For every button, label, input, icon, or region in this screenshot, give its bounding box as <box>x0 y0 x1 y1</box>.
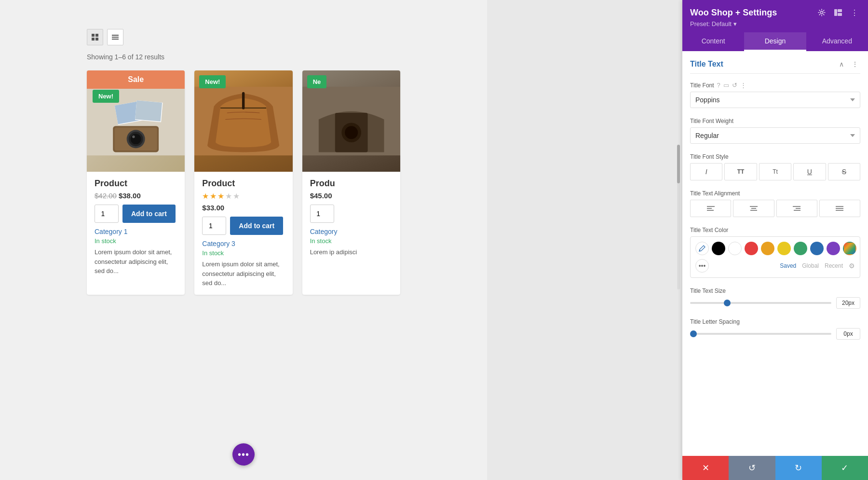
svg-rect-26 <box>834 9 837 16</box>
title-font-weight-select[interactable]: Regular <box>690 127 860 144</box>
new-badge: New! <box>199 75 226 88</box>
layout-icon[interactable] <box>832 7 844 18</box>
title-letter-spacing-input[interactable] <box>836 328 860 340</box>
panel-header: Woo Shop + Settings ⋮ <box>682 0 868 51</box>
section-controls: ∧ ⋮ <box>836 59 860 69</box>
eyedropper-swatch[interactable] <box>695 242 709 255</box>
recent-tab[interactable]: Recent <box>825 262 843 269</box>
title-font-select[interactable]: Poppins <box>690 92 860 108</box>
svg-rect-28 <box>838 13 842 16</box>
add-to-cart-row: Add to cart <box>95 205 177 223</box>
purple-swatch[interactable] <box>827 242 840 255</box>
product-name: Product <box>95 178 177 189</box>
save-button[interactable]: ✓ <box>822 456 868 480</box>
tab-design[interactable]: Design <box>744 32 806 51</box>
tab-advanced[interactable]: Advanced <box>806 32 868 51</box>
product-image-wrap: Ne <box>302 70 400 172</box>
product-info: Produ $45.00 Category In stock Lorem ip … <box>302 172 400 264</box>
title-letter-spacing-slider[interactable] <box>690 333 831 335</box>
view-toolbar <box>87 29 400 45</box>
title-text-size-group: Title Text Size <box>690 288 860 309</box>
main-content: Showing 1–6 of 12 results <box>0 0 487 480</box>
green-swatch[interactable] <box>794 242 807 255</box>
title-text-size-slider[interactable] <box>690 302 831 304</box>
product-price: $33.00 <box>202 204 285 212</box>
red-swatch[interactable] <box>745 242 758 255</box>
title-text-size-slider-row <box>690 297 860 309</box>
title-text-size-input[interactable] <box>836 297 860 309</box>
scrollbar-thumb[interactable] <box>677 145 680 183</box>
product-description: Lorem ipsum dolor sit amet, consectetur … <box>95 247 177 276</box>
svg-point-17 <box>132 136 135 138</box>
help-icon[interactable]: ? <box>717 82 720 89</box>
add-to-cart-row: Add to cart <box>202 217 285 235</box>
quantity-input[interactable] <box>95 205 119 223</box>
add-to-cart-button[interactable]: Add to cart <box>230 217 283 235</box>
color-swatches <box>695 242 855 255</box>
svg-point-24 <box>345 126 358 139</box>
product-image-wrap: New! <box>194 70 292 172</box>
align-justify-button[interactable] <box>819 200 860 217</box>
price: $45.00 <box>310 192 332 200</box>
blue-swatch[interactable] <box>810 242 824 255</box>
color-tabs: Saved Global Recent ⚙ <box>780 262 855 270</box>
undo-button[interactable]: ↺ <box>729 456 775 480</box>
strikethrough-button[interactable]: S <box>828 163 860 180</box>
panel-footer: ✕ ↺ ↻ ✓ <box>682 456 868 480</box>
italic-button[interactable]: I <box>690 163 722 180</box>
cancel-button[interactable]: ✕ <box>682 456 729 480</box>
title-font-label: Title Font ? ▭ ↺ ⋮ <box>690 82 860 89</box>
align-left-button[interactable] <box>690 200 731 217</box>
color-settings-icon[interactable]: ⚙ <box>849 262 855 270</box>
new-price: $38.00 <box>119 192 141 200</box>
svg-rect-11 <box>135 100 162 122</box>
underline-button[interactable]: U <box>793 163 826 180</box>
settings-icon[interactable] <box>816 7 827 18</box>
svg-point-16 <box>131 134 141 144</box>
style-buttons: I TT Tt U S <box>690 163 860 180</box>
product-card: Ne Produ $45.00 Category In stock Lorem … <box>302 70 400 295</box>
upload-icon[interactable]: ▭ <box>723 82 729 89</box>
align-center-button[interactable] <box>733 200 774 217</box>
reset-icon[interactable]: ↺ <box>732 82 737 89</box>
svg-point-25 <box>821 12 823 14</box>
new-badge: Ne <box>307 75 327 88</box>
category-link[interactable]: Category <box>310 228 393 235</box>
panel-header-top: Woo Shop + Settings ⋮ <box>690 7 860 18</box>
svg-rect-3 <box>95 38 98 41</box>
more-icon[interactable]: ⋮ <box>849 7 860 18</box>
redo-button[interactable]: ↻ <box>775 456 822 480</box>
capitalize-button[interactable]: Tt <box>759 163 791 180</box>
title-font-group: Title Font ? ▭ ↺ ⋮ Poppins <box>690 82 860 108</box>
collapse-button[interactable]: ∧ <box>836 59 847 69</box>
panel-body: Title Text ∧ ⋮ Title Font ? ▭ ↺ ⋮ Poppin… <box>682 51 868 456</box>
align-right-button[interactable] <box>776 200 817 217</box>
gradient-swatch[interactable] <box>843 242 856 255</box>
category-link[interactable]: Category 3 <box>202 240 285 247</box>
list-view-button[interactable] <box>107 29 123 45</box>
tab-content[interactable]: Content <box>682 32 744 51</box>
black-swatch[interactable] <box>712 242 725 255</box>
section-more-button[interactable]: ⋮ <box>850 59 860 69</box>
white-swatch[interactable] <box>728 242 742 255</box>
product-info: Product $42.00$38.00 Add to cart Categor… <box>87 172 185 283</box>
more-options-icon[interactable]: ⋮ <box>740 82 746 89</box>
title-font-style-group: Title Font Style I TT Tt U S <box>690 153 860 180</box>
product-card: Sale New! Product $42.00$38.00 Add to ca… <box>87 70 185 295</box>
global-tab[interactable]: Global <box>802 262 819 269</box>
add-to-cart-button[interactable]: Add to cart <box>122 205 176 223</box>
quantity-input[interactable] <box>202 217 226 235</box>
quantity-input[interactable] <box>310 205 334 223</box>
title-letter-spacing-label: Title Letter Spacing <box>690 318 860 325</box>
orange-swatch[interactable] <box>761 242 774 255</box>
category-link[interactable]: Category 1 <box>95 228 177 235</box>
price: $33.00 <box>202 204 224 212</box>
saved-tab[interactable]: Saved <box>780 262 796 269</box>
floating-menu-button[interactable]: ••• <box>232 443 255 466</box>
uppercase-button[interactable]: TT <box>724 163 757 180</box>
title-font-style-label: Title Font Style <box>690 153 860 160</box>
svg-rect-5 <box>112 37 119 38</box>
grid-view-button[interactable] <box>87 29 103 45</box>
more-colors-button[interactable]: ••• <box>695 259 709 273</box>
yellow-swatch[interactable] <box>777 242 791 255</box>
